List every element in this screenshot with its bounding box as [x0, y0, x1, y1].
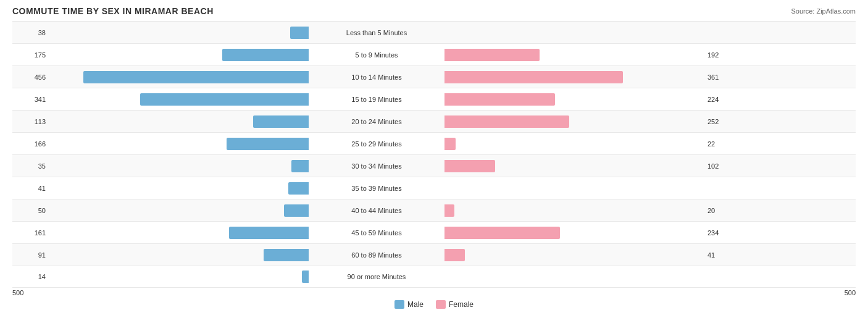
female-label: Female: [449, 300, 474, 309]
bar-row: 91 60 to 89 Minutes 41: [12, 243, 856, 266]
row-label: 5 to 9 Minutes: [309, 51, 444, 59]
left-bar-container: [49, 249, 309, 261]
bar-row: 38 Less than 5 Minutes: [12, 21, 856, 43]
right-bar-container: [444, 49, 704, 61]
male-bar: [140, 93, 309, 106]
left-bar-container: [49, 138, 309, 150]
row-label: 20 to 24 Minutes: [309, 118, 444, 125]
female-value: 252: [704, 118, 741, 125]
right-bar-container: [444, 160, 704, 172]
chart-container: COMMUTE TIME BY SEX IN MIRAMAR BEACH Sou…: [0, 0, 868, 323]
male-value: 41: [12, 185, 49, 192]
right-bar-container: [444, 204, 704, 217]
male-value: 175: [12, 51, 49, 59]
right-bar-container: [444, 182, 704, 195]
right-bar-container: [444, 27, 704, 39]
female-value: 192: [704, 51, 741, 59]
left-bar-container: [49, 271, 309, 283]
female-bar: [444, 204, 454, 217]
female-value: 224: [704, 96, 741, 103]
male-bar: [253, 115, 309, 128]
female-value: 234: [704, 229, 741, 237]
male-value: 113: [12, 118, 49, 125]
female-bar: [444, 138, 456, 150]
bar-row: 41 35 to 39 Minutes: [12, 177, 856, 199]
female-bar: [444, 115, 569, 128]
male-value: 456: [12, 73, 49, 81]
row-label: 30 to 34 Minutes: [309, 162, 444, 170]
bar-row: 166 25 to 29 Minutes 22: [12, 132, 856, 154]
row-label: 15 to 19 Minutes: [309, 96, 444, 103]
male-value: 35: [12, 162, 49, 170]
left-bar-container: [49, 227, 309, 239]
chart-title: COMMUTE TIME BY SEX IN MIRAMAR BEACH: [12, 6, 856, 16]
male-bar: [288, 182, 309, 195]
female-bar: [444, 227, 560, 239]
bar-row: 161 45 to 59 Minutes 234: [12, 221, 856, 243]
axis-labels: 500 500: [12, 289, 856, 296]
legend-male: Male: [394, 300, 424, 309]
female-value: 361: [704, 73, 741, 81]
right-bar-container: [444, 115, 704, 128]
right-bar-container: [444, 249, 704, 261]
male-label: Male: [407, 300, 424, 309]
male-bar: [290, 27, 309, 39]
female-swatch: [436, 300, 446, 309]
male-value: 38: [12, 29, 49, 36]
female-bar: [444, 49, 540, 61]
male-value: 91: [12, 251, 49, 259]
female-value: 41: [704, 251, 741, 259]
left-bar-container: [49, 71, 309, 83]
female-bar: [444, 93, 555, 106]
row-label: 35 to 39 Minutes: [309, 185, 444, 192]
right-bar-container: [444, 138, 704, 150]
axis-right: 500: [845, 289, 856, 296]
female-bar: [444, 249, 465, 261]
row-label: 10 to 14 Minutes: [309, 73, 444, 81]
legend-female: Female: [436, 300, 474, 309]
row-label: 60 to 89 Minutes: [309, 251, 444, 259]
left-bar-container: [49, 27, 309, 39]
bar-row: 113 20 to 24 Minutes 252: [12, 110, 856, 132]
bar-row: 341 15 to 19 Minutes 224: [12, 88, 856, 110]
bars-area: 38 Less than 5 Minutes 175 5 to 9 Minute…: [12, 21, 856, 288]
bar-row: 456 10 to 14 Minutes 361: [12, 65, 856, 88]
source-text: Source: ZipAtlas.com: [791, 7, 856, 15]
left-bar-container: [49, 49, 309, 61]
row-label: 45 to 59 Minutes: [309, 229, 444, 237]
male-bar: [264, 249, 309, 261]
legend: Male Female: [12, 300, 856, 309]
bar-row: 50 40 to 44 Minutes 20: [12, 199, 856, 221]
left-bar-container: [49, 160, 309, 172]
female-value: 102: [704, 162, 741, 170]
female-bar: [444, 71, 623, 83]
axis-left: 500: [12, 289, 23, 296]
right-bar-container: [444, 271, 704, 283]
left-bar-container: [49, 204, 309, 217]
left-bar-container: [49, 115, 309, 128]
bar-row: 175 5 to 9 Minutes 192: [12, 43, 856, 65]
right-bar-container: [444, 227, 704, 239]
male-bar: [227, 138, 309, 150]
male-bar: [284, 204, 309, 217]
right-bar-container: [444, 71, 704, 83]
male-value: 161: [12, 229, 49, 237]
right-bar-container: [444, 93, 704, 106]
male-swatch: [394, 300, 404, 309]
male-bar: [222, 49, 309, 61]
left-bar-container: [49, 182, 309, 195]
row-label: 25 to 29 Minutes: [309, 140, 444, 148]
female-bar: [444, 160, 495, 172]
male-bar: [83, 71, 309, 83]
female-value: 22: [704, 140, 741, 148]
bar-row: 35 30 to 34 Minutes 102: [12, 154, 856, 177]
male-value: 341: [12, 96, 49, 103]
male-bar: [302, 271, 309, 283]
left-bar-container: [49, 93, 309, 106]
male-bar: [229, 227, 309, 239]
male-value: 50: [12, 207, 49, 214]
female-value: 20: [704, 207, 741, 214]
row-label: 90 or more Minutes: [309, 273, 444, 280]
bar-row: 14 90 or more Minutes: [12, 266, 856, 288]
male-bar: [291, 160, 309, 172]
